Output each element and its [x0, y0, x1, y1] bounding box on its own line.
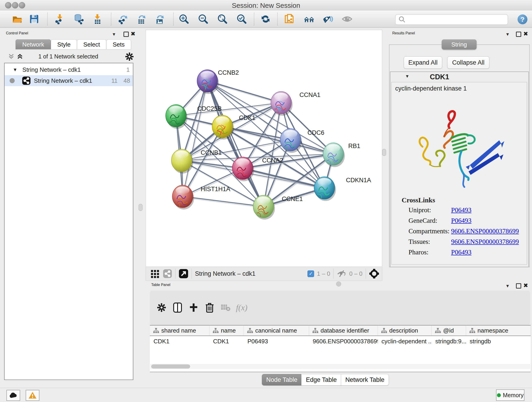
selected-checkbox-icon[interactable]: ✓ — [307, 270, 314, 277]
column-attribute-icon — [469, 328, 475, 333]
birds-eye-grid-icon[interactable] — [151, 269, 160, 278]
titlebar: Session: New Session — [0, 0, 532, 11]
table-cell: CDK1 — [150, 336, 209, 346]
export-image-icon[interactable] — [154, 14, 165, 24]
zoom-selected-icon[interactable] — [236, 14, 247, 24]
gene-collapse-icon[interactable]: ▼ — [405, 74, 409, 79]
column-attribute-icon — [247, 328, 253, 333]
tab-edge-table[interactable]: Edge Table — [301, 374, 341, 385]
save-session-icon[interactable] — [29, 14, 39, 24]
zoom-out-icon[interactable] — [198, 14, 209, 24]
table-cell: 9606.ENSP00000378699 — [309, 336, 378, 346]
refresh-icon[interactable] — [260, 14, 271, 24]
show-eye-icon[interactable] — [342, 14, 352, 24]
control-panel-close-icon[interactable]: ✖ — [131, 31, 135, 37]
results-panel-collapse-icon[interactable]: ▼ — [505, 32, 510, 37]
clone-network-icon[interactable] — [284, 14, 295, 24]
crosslink-pharos[interactable]: P06493 — [451, 249, 527, 256]
left-splitter-handle[interactable] — [139, 204, 143, 211]
tab-sets[interactable]: Sets — [106, 39, 131, 49]
tab-network[interactable]: Network — [16, 39, 51, 49]
function-builder-icon[interactable]: f(x) — [234, 301, 250, 314]
warning-status-button[interactable] — [26, 390, 39, 401]
column-header--id[interactable]: @id — [432, 325, 466, 336]
table-settings-gear-icon[interactable] — [153, 301, 170, 314]
control-panel-collapse-icon[interactable]: ▼ — [112, 32, 116, 37]
import-network-file-icon[interactable] — [55, 14, 65, 24]
results-panel-close-icon[interactable]: ✖ — [523, 31, 528, 37]
import-network-database-icon[interactable] — [73, 14, 84, 24]
table-cell: stringdb — [466, 336, 531, 346]
crosslink-label: Uniprot: — [409, 206, 451, 214]
table-row[interactable]: CDK1CDK1P064939606.ENSP00000378699cyclin… — [150, 336, 531, 346]
crosslink-uniprot[interactable]: P06493 — [451, 206, 527, 214]
network-collection-row[interactable]: ▼ String Network – cdk1 1 — [5, 64, 133, 75]
column-attribute-icon — [213, 328, 219, 333]
expand-all-button[interactable]: Expand All — [404, 56, 442, 69]
search-icon — [398, 16, 406, 23]
hidden-count: 0 – 0 — [349, 270, 362, 277]
collection-expand-icon[interactable]: ▼ — [13, 67, 17, 72]
import-table-file-icon[interactable] — [92, 14, 103, 24]
column-header-shared-name[interactable]: shared name — [150, 325, 209, 336]
right-splitter-handle[interactable] — [382, 149, 386, 156]
hide-selected-eye-icon[interactable] — [323, 14, 333, 24]
gene-description: cyclin-dependent kinase 1 — [395, 85, 527, 92]
delete-table-icon[interactable] — [218, 301, 234, 314]
table-panel-collapse-icon[interactable]: ▼ — [505, 283, 510, 288]
network-canvas[interactable]: CCNB2CCNA1CDC25BCDK1CDC6RB1CCNB1CCNA2CDK… — [146, 30, 382, 267]
toolbar-search — [395, 14, 508, 25]
table-panel-close-icon[interactable]: ✖ — [523, 282, 528, 289]
zoom-fit-icon[interactable] — [217, 14, 228, 24]
table-cell: cyclin-dependent ... — [378, 336, 432, 346]
column-header-namespace[interactable]: namespace — [466, 325, 531, 336]
column-attribute-icon — [153, 328, 159, 333]
crosslink-tissues[interactable]: 9606.ENSP00000378699 — [451, 238, 527, 245]
export-table-icon[interactable] — [136, 14, 147, 24]
table-header-row: shared namenamecanonical namedatabase id… — [150, 325, 531, 336]
bottom-splitter-handle[interactable] — [336, 281, 341, 287]
tab-style[interactable]: Style — [51, 39, 77, 49]
network-node-label-CCNB1: CCNB1 — [201, 149, 222, 156]
collapse-all-button[interactable]: Collapse All — [447, 56, 489, 69]
protein-structure-image — [410, 99, 508, 190]
string-view-icon[interactable] — [163, 269, 172, 278]
column-header-name[interactable]: name — [209, 325, 244, 336]
delete-column-icon[interactable] — [202, 301, 218, 314]
string-network-icon — [22, 76, 31, 85]
network-options-gear-icon[interactable] — [125, 52, 134, 62]
table-hscrollbar[interactable] — [150, 364, 530, 369]
tab-network-table[interactable]: Network Table — [341, 374, 389, 385]
help-button[interactable]: ? — [518, 14, 527, 24]
home-icon[interactable] — [304, 14, 314, 24]
column-header-canonical-name[interactable]: canonical name — [244, 325, 309, 336]
tab-string-results[interactable]: String — [442, 39, 476, 50]
collection-label: String Network – cdk1 — [22, 66, 81, 73]
table-panel-float-icon[interactable] — [516, 283, 521, 288]
open-in-browser-icon[interactable] — [179, 269, 188, 279]
column-header-database-identifier[interactable]: database identifier — [309, 325, 378, 336]
results-panel-title: Results Panel — [392, 31, 415, 35]
tab-select[interactable]: Select — [77, 39, 106, 49]
search-input[interactable] — [408, 15, 508, 24]
crosslink-compartments[interactable]: 9606.ENSP00000378699 — [451, 227, 527, 235]
status-bar: Memory — [0, 388, 532, 402]
network-node-count: 11 — [111, 77, 118, 84]
results-panel-float-icon[interactable] — [516, 32, 521, 37]
cloud-status-button[interactable] — [6, 390, 20, 401]
column-header-description[interactable]: description — [378, 325, 432, 336]
crosslink-genecard[interactable]: P06493 — [451, 217, 527, 224]
memory-button[interactable]: Memory — [496, 389, 525, 401]
tab-node-table[interactable]: Node Table — [262, 374, 302, 385]
table-hscrollbar-thumb[interactable] — [151, 364, 190, 369]
open-session-icon[interactable] — [12, 14, 22, 24]
export-network-icon[interactable] — [118, 14, 128, 24]
network-view-title: String Network – cdk1 — [195, 270, 255, 277]
navigate-crosshair-icon[interactable] — [369, 269, 379, 279]
zoom-in-icon[interactable] — [179, 14, 189, 24]
show-columns-icon[interactable] — [170, 301, 186, 314]
control-panel-float-icon[interactable] — [123, 32, 129, 37]
network-row-selected[interactable]: String Network – cdk1 11 48 — [5, 75, 133, 86]
add-column-icon[interactable] — [186, 301, 202, 314]
table-cell: P06493 — [244, 336, 309, 346]
